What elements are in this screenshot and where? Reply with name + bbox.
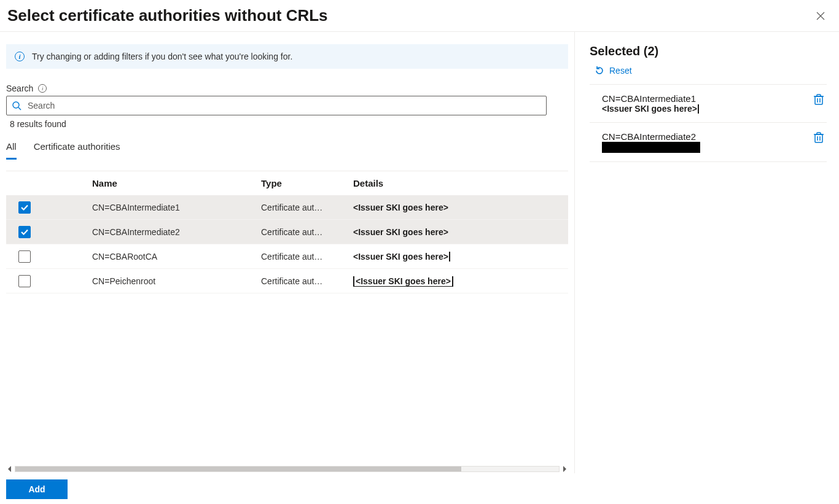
selected-item-name: CN=CBAIntermediate1	[602, 93, 699, 104]
selected-pane: Selected (2) Reset CN=CBAIntermediate1 <…	[575, 32, 839, 473]
cell-name: CN=CBAIntermediate1	[92, 203, 261, 212]
row-checkbox[interactable]	[18, 226, 31, 238]
scrollbar-track[interactable]	[15, 466, 560, 472]
svg-marker-5	[563, 466, 566, 472]
search-icon	[12, 101, 21, 110]
trash-icon	[813, 93, 824, 106]
selected-item: CN=CBAIntermediate2 redacted	[590, 123, 827, 162]
selected-item-detail: <Issuer SKI goes here>	[602, 104, 699, 114]
trash-icon	[813, 131, 824, 144]
cell-type: Certificate aut…	[261, 252, 353, 262]
row-checkbox[interactable]	[18, 250, 31, 263]
tab-all[interactable]: All	[6, 138, 17, 160]
svg-line-3	[18, 107, 21, 110]
cell-type: Certificate aut…	[261, 276, 353, 286]
info-banner: i Try changing or adding filters if you …	[6, 44, 568, 69]
remove-selected-button[interactable]	[813, 131, 824, 144]
remove-selected-button[interactable]	[813, 93, 824, 106]
ca-table: . Name Type Details CN=CBAIntermediate1 …	[6, 171, 568, 473]
cell-type: Certificate aut…	[261, 203, 353, 212]
footer: Add	[0, 473, 839, 504]
cell-details: <Issuer SKI goes here>	[353, 203, 563, 212]
reset-button[interactable]: Reset	[590, 63, 827, 84]
row-checkbox[interactable]	[18, 275, 31, 287]
column-header-name[interactable]: Name	[92, 178, 261, 188]
selected-item: CN=CBAIntermediate1 <Issuer SKI goes her…	[590, 85, 827, 123]
cell-type: Certificate aut…	[261, 227, 353, 237]
results-count: 8 results found	[6, 115, 568, 138]
info-banner-text: Try changing or adding filters if you do…	[32, 52, 292, 61]
check-icon	[20, 203, 29, 212]
check-icon	[20, 228, 29, 236]
search-input[interactable]	[26, 100, 541, 111]
selected-heading: Selected (2)	[590, 44, 827, 58]
info-icon: i	[15, 52, 25, 61]
search-box[interactable]	[6, 96, 547, 115]
svg-rect-10	[815, 134, 822, 142]
table-row[interactable]: CN=CBARootCA Certificate aut… <Issuer SK…	[6, 244, 568, 269]
info-icon[interactable]: i	[38, 84, 47, 93]
selected-list: CN=CBAIntermediate1 <Issuer SKI goes her…	[590, 84, 827, 162]
cell-details: <Issuer SKI goes here>	[353, 276, 563, 286]
table-row[interactable]: CN=CBAIntermediate1 Certificate aut… <Is…	[6, 195, 568, 220]
close-button[interactable]	[812, 7, 829, 25]
selected-item-detail: redacted	[602, 142, 700, 153]
tab-bar: All Certificate authorities	[6, 138, 568, 160]
scroll-right-icon[interactable]	[561, 465, 568, 473]
table-row[interactable]: CN=Peichenroot Certificate aut… <Issuer …	[6, 269, 568, 293]
column-header-type[interactable]: Type	[261, 178, 353, 188]
table-header: . Name Type Details	[6, 171, 568, 195]
add-button[interactable]: Add	[6, 479, 68, 499]
svg-point-2	[13, 102, 19, 108]
left-pane: i Try changing or adding filters if you …	[0, 32, 575, 473]
svg-marker-4	[8, 466, 11, 472]
table-row[interactable]: CN=CBAIntermediate2 Certificate aut… <Is…	[6, 220, 568, 244]
selected-item-name: CN=CBAIntermediate2	[602, 131, 700, 142]
scrollbar-thumb[interactable]	[15, 467, 461, 471]
cell-name: CN=CBARootCA	[92, 252, 261, 262]
cell-name: CN=CBAIntermediate2	[92, 227, 261, 237]
reset-label: Reset	[609, 66, 632, 76]
search-label: Search	[6, 83, 33, 93]
cell-name: CN=Peichenroot	[92, 276, 261, 286]
tab-certificate-authorities[interactable]: Certificate authorities	[34, 138, 120, 160]
search-label-row: Search i	[6, 83, 568, 93]
cell-details-text: <Issuer SKI goes here>	[353, 276, 453, 286]
svg-rect-6	[815, 96, 822, 104]
panel-header: Select certificate authorities without C…	[0, 0, 839, 32]
reset-icon	[595, 66, 604, 76]
column-header-details[interactable]: Details	[353, 178, 563, 188]
cell-details: <Issuer SKI goes here>	[353, 227, 563, 237]
horizontal-scrollbar[interactable]	[6, 465, 568, 473]
cell-details: <Issuer SKI goes here>	[353, 252, 563, 262]
close-icon	[816, 12, 825, 20]
page-title: Select certificate authorities without C…	[7, 6, 328, 25]
scroll-left-icon[interactable]	[6, 465, 14, 473]
row-checkbox[interactable]	[18, 201, 31, 214]
